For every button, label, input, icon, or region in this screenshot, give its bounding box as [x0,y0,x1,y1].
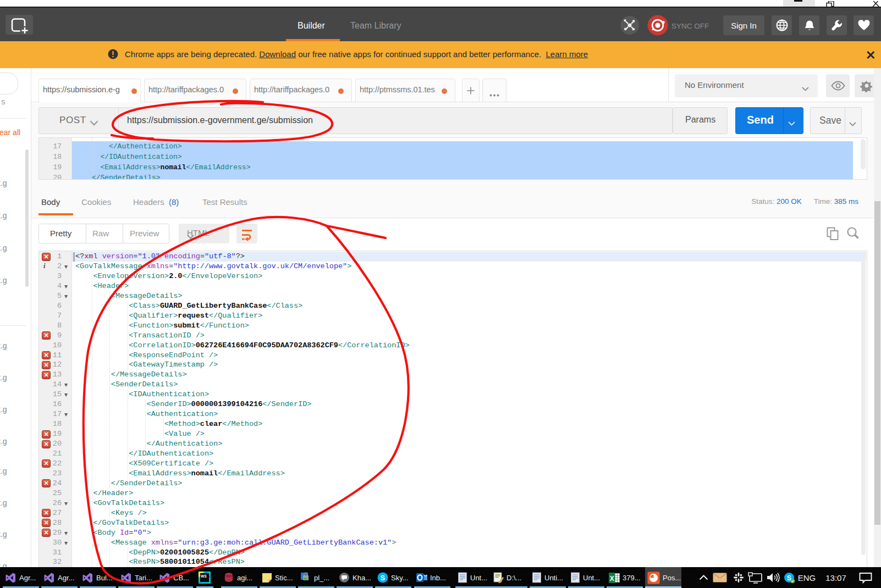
svg-text:S: S [381,574,386,582]
svg-text:WS: WS [201,574,207,578]
svg-text:X: X [610,574,614,582]
